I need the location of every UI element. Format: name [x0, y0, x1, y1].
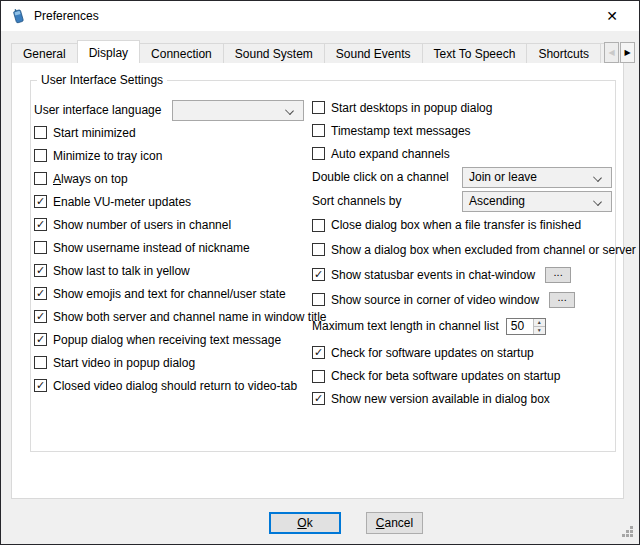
checkbox[interactable]: [312, 243, 325, 256]
checkbox-start-video-popup[interactable]: Start video in popup dialog: [34, 351, 319, 374]
right-column: Start desktops in popup dialog Timestamp…: [312, 96, 620, 410]
checkbox[interactable]: [312, 101, 325, 114]
checkbox[interactable]: ✓: [34, 379, 47, 392]
max-text-length-label: Maximum text length in channel list: [312, 319, 499, 333]
checkmark-icon: ✓: [36, 219, 45, 230]
checkbox-auto-expand-channels[interactable]: Auto expand channels: [312, 142, 620, 165]
checkbox-label: Show emojis and text for channel/user st…: [53, 287, 286, 301]
tab-label: Text To Speech: [434, 47, 516, 61]
tab-shortcuts[interactable]: Shortcuts: [526, 43, 601, 63]
tab-label: Connection: [151, 47, 212, 61]
checkbox-show-last-talk[interactable]: ✓ Show last to talk in yellow: [34, 259, 319, 282]
checkbox-excluded-dialog[interactable]: Show a dialog box when excluded from cha…: [312, 237, 620, 262]
language-select[interactable]: [172, 100, 304, 121]
checkbox-video-source-corner[interactable]: Show source in corner of video window ..…: [312, 287, 620, 312]
tab-general[interactable]: General: [11, 43, 78, 63]
checkbox[interactable]: ✓: [312, 346, 325, 359]
checkbox-close-filetransfer-dialog[interactable]: Close dialog box when a file transfer is…: [312, 213, 620, 237]
checkbox-label: Close dialog box when a file transfer is…: [331, 218, 581, 232]
checkbox-label: Show last to talk in yellow: [53, 264, 190, 278]
checkbox-label: Popup dialog when receiving text message: [53, 333, 281, 347]
checkbox-start-minimized[interactable]: Start minimized: [34, 121, 319, 144]
sort-channels-value: Ascending: [469, 194, 525, 208]
checkmark-icon: ✓: [314, 269, 323, 280]
checkbox[interactable]: [312, 370, 325, 383]
video-source-more-button[interactable]: ...: [549, 292, 575, 308]
checkbox-closed-video-return[interactable]: ✓ Closed video dialog should return to v…: [34, 374, 319, 397]
checkbox-show-user-count[interactable]: ✓ Show number of users in channel: [34, 213, 319, 236]
checkbox[interactable]: [312, 124, 325, 137]
double-click-value: Join or leave: [469, 170, 537, 184]
window-title: Preferences: [34, 9, 99, 23]
checkbox[interactable]: [34, 172, 47, 185]
checkbox-show-username[interactable]: Show username instead of nickname: [34, 236, 319, 259]
tab-display[interactable]: Display: [77, 40, 140, 63]
resize-grip[interactable]: [620, 524, 634, 538]
checkmark-icon: ✓: [36, 265, 45, 276]
checkbox-label: Closed video dialog should return to vid…: [53, 379, 297, 393]
checkbox[interactable]: [34, 356, 47, 369]
titlebar[interactable]: Preferences ✕: [1, 1, 639, 31]
checkbox-label: Show statusbar events in chat-window: [331, 268, 535, 282]
checkbox[interactable]: ✓: [312, 268, 325, 281]
spin-up-icon[interactable]: ▲: [534, 319, 545, 327]
tab-text-to-speech[interactable]: Text To Speech: [422, 43, 528, 63]
checkbox-label: Check for beta software updates on start…: [331, 369, 560, 383]
ok-button-label: Ok: [297, 516, 312, 530]
group-title: User Interface Settings: [37, 73, 167, 87]
statusbar-events-more-button[interactable]: ...: [545, 267, 571, 283]
checkmark-icon: ✓: [36, 311, 45, 322]
cancel-button[interactable]: Cancel: [366, 512, 423, 534]
checkbox-timestamp-messages[interactable]: Timestamp text messages: [312, 119, 620, 142]
checkbox[interactable]: ✓: [34, 333, 47, 346]
checkbox[interactable]: [312, 293, 325, 306]
checkbox[interactable]: ✓: [312, 392, 325, 405]
checkbox[interactable]: [34, 149, 47, 162]
checkbox-popup-text-message[interactable]: ✓ Popup dialog when receiving text messa…: [34, 328, 319, 351]
checkbox-start-desktops-popup[interactable]: Start desktops in popup dialog: [312, 96, 620, 119]
checkbox[interactable]: ✓: [34, 195, 47, 208]
close-button[interactable]: ✕: [591, 1, 633, 31]
checkbox[interactable]: [34, 241, 47, 254]
sort-channels-select[interactable]: Ascending: [462, 191, 612, 212]
ok-button[interactable]: Ok: [269, 512, 341, 534]
cancel-button-label: Cancel: [376, 516, 413, 530]
checkbox[interactable]: ✓: [34, 218, 47, 231]
tab-scroll-right-icon[interactable]: ▶: [620, 42, 635, 63]
max-text-length-spinbox[interactable]: 50 ▲ ▼: [506, 318, 546, 335]
checkbox-label: Show a dialog box when excluded from cha…: [331, 243, 636, 257]
checkbox-label: Auto expand channels: [331, 147, 450, 161]
checkbox-server-channel-title[interactable]: ✓ Show both server and channel name in w…: [34, 305, 319, 328]
sort-channels-row: Sort channels by Ascending: [312, 189, 620, 213]
checkbox-beta-updates[interactable]: Check for beta software updates on start…: [312, 365, 620, 387]
checkbox-minimize-to-tray[interactable]: Minimize to tray icon: [34, 144, 319, 167]
tab-sound-system[interactable]: Sound System: [223, 43, 325, 63]
spin-down-icon[interactable]: ▼: [534, 327, 545, 334]
double-click-label: Double click on a channel: [312, 170, 449, 184]
checkbox-software-updates[interactable]: ✓ Check for software updates on startup: [312, 340, 620, 365]
checkbox-label: Show new version available in dialog box: [331, 392, 550, 406]
checkbox[interactable]: [34, 126, 47, 139]
checkbox[interactable]: [312, 219, 325, 232]
tab-label: Sound Events: [336, 47, 411, 61]
chevron-down-icon: [593, 173, 602, 182]
checkbox-new-version-dialog[interactable]: ✓ Show new version available in dialog b…: [312, 387, 620, 410]
tab-sound-events[interactable]: Sound Events: [324, 43, 423, 63]
preferences-window: Preferences ✕ General Display Connection…: [0, 0, 640, 545]
checkbox-statusbar-events[interactable]: ✓ Show statusbar events in chat-window .…: [312, 262, 620, 287]
checkbox-show-emojis[interactable]: ✓ Show emojis and text for channel/user …: [34, 282, 319, 305]
checkbox[interactable]: [312, 147, 325, 160]
checkbox[interactable]: ✓: [34, 287, 47, 300]
checkbox-label: Enable VU-meter updates: [53, 195, 191, 209]
checkbox[interactable]: ✓: [34, 310, 47, 323]
checkbox-always-on-top[interactable]: Always on top: [34, 167, 319, 190]
app-icon: [10, 8, 26, 24]
tab-connection[interactable]: Connection: [139, 43, 224, 63]
double-click-row: Double click on a channel Join or leave: [312, 165, 620, 189]
tab-scroll-left-icon: ◀: [604, 42, 619, 63]
checkbox[interactable]: ✓: [34, 264, 47, 277]
checkbox-enable-vu-meter[interactable]: ✓ Enable VU-meter updates: [34, 190, 319, 213]
tab-label: Shortcuts: [538, 47, 589, 61]
double-click-select[interactable]: Join or leave: [462, 167, 612, 188]
checkbox-label: Show number of users in channel: [53, 218, 231, 232]
